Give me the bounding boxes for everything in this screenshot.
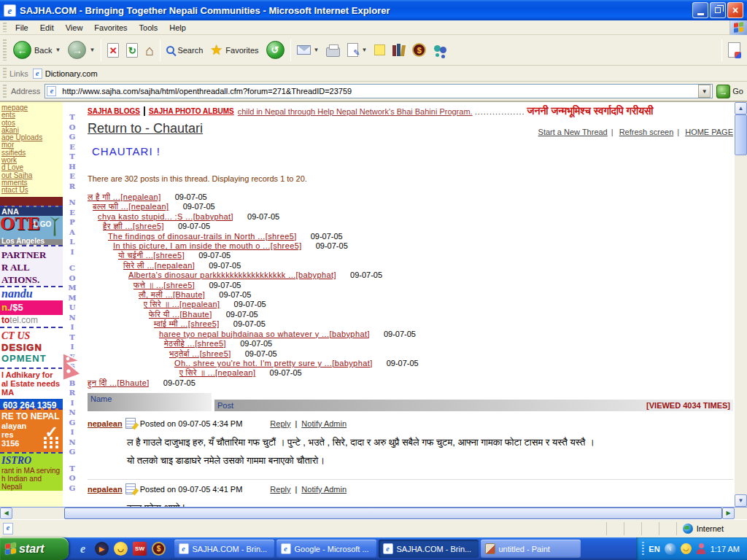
thread-link[interactable]: बल्ल फाी ...[nepalean] — [93, 202, 169, 211]
messenger-button[interactable] — [430, 37, 452, 63]
ad-kathmandu-hotel[interactable]: nandu n./$5 totel.com — [0, 286, 63, 327]
post-note-icon[interactable] — [125, 483, 136, 494]
thread-link[interactable]: भठ्तेर्बा ...[shree5] — [169, 349, 231, 358]
search-button[interactable]: Search — [163, 37, 206, 63]
thread-link[interactable]: haree tyo nepal bujhdainaa so whatever y… — [159, 330, 370, 338]
thread-link[interactable]: हैर ज्ञाी ...[shree5] — [103, 222, 164, 230]
history-button[interactable]: ↺ — [263, 37, 288, 63]
quick-launch-poker-chip-icon[interactable]: $ — [152, 542, 166, 556]
post-note-icon[interactable] — [125, 418, 136, 429]
ad-bistro[interactable]: ISTRO rant in MA serving h Indian and Ne… — [0, 452, 63, 491]
favorites-button[interactable]: ★ Favorites — [206, 37, 262, 63]
taskbar-task-button[interactable]: e SAJHA.COM - Brin... — [174, 540, 274, 558]
restore-button[interactable] — [710, 2, 726, 18]
go-label[interactable]: Go — [732, 87, 743, 96]
horizontal-scrollbar[interactable]: ◀ ▶ — [0, 507, 747, 519]
scroll-right-button[interactable]: ▶ — [722, 508, 735, 519]
page-edit-button[interactable] — [724, 37, 744, 63]
thread-action-link[interactable]: Start a New Thread — [538, 128, 617, 136]
taskbar-task-button[interactable]: e untitled - Paint — [481, 540, 581, 558]
minimize-button[interactable] — [692, 2, 708, 18]
back-button[interactable]: ← Back ▼ — [9, 37, 64, 63]
refresh-button[interactable]: ↻ — [123, 37, 142, 63]
sidebar-link[interactable]: ntact Us — [1, 187, 63, 194]
ad-partner[interactable]: PARTNER R ALL ATIONS. — [0, 245, 63, 286]
vertical-scrollbar[interactable]: ▲ ▼ — [735, 102, 747, 507]
tray-messenger-icon[interactable] — [696, 543, 706, 554]
ad-real-estate[interactable]: l Adhikary for al Estate needs MA 603 26… — [0, 368, 63, 408]
thread-link[interactable]: फेरि यी ...[Bhaute] — [149, 310, 212, 319]
forward-button[interactable]: → ▼ — [64, 37, 98, 63]
thread-link[interactable]: म्वांई म्मी ...[shree5] — [154, 319, 220, 328]
print-button[interactable] — [322, 37, 344, 63]
ad-los-angeles-hotel[interactable]: ANA OTE L GO Los Angeles — [0, 206, 63, 245]
start-button[interactable]: start — [0, 537, 69, 560]
thread-link[interactable]: फत्ते ॥ ...[shree5] — [133, 281, 195, 289]
close-button[interactable]: × — [727, 2, 743, 18]
reply-link[interactable]: Reply — [270, 419, 290, 428]
address-dropdown-button[interactable]: ▼ — [698, 85, 711, 98]
back-dropdown-icon[interactable]: ▼ — [55, 47, 61, 53]
clock[interactable]: 1:17 AM — [711, 545, 740, 553]
taskbar-task-button[interactable]: e SAJHA.COM - Brin... — [379, 540, 479, 558]
hide-icons-chevron[interactable]: ‹ — [665, 543, 676, 555]
thread-link[interactable]: ल है गाी ...[nepalean] — [88, 192, 161, 201]
thread-link[interactable]: लौ, मली ...[Bhaute] — [139, 290, 205, 299]
mail-dropdown-icon[interactable]: ▼ — [314, 47, 320, 53]
scroll-left-button[interactable]: ◀ — [0, 508, 12, 519]
thread-link[interactable]: ए सिरे ॥ ...[nepalean] — [179, 368, 256, 377]
edit-button[interactable]: ▼ — [344, 37, 371, 63]
notify-admin-link[interactable]: Notify Admin — [301, 419, 347, 428]
scroll-up-button[interactable]: ▲ — [735, 102, 747, 114]
thread-action-link[interactable]: Refresh screen — [619, 128, 683, 136]
thread-link[interactable]: ए सिरे ॥ ...[nepalean] — [144, 300, 220, 308]
language-indicator[interactable]: EN — [649, 545, 659, 553]
toolbar-grip[interactable] — [3, 85, 7, 98]
sajha-photo-albums-link[interactable]: SAJHA PHOTO ALBUMS — [149, 107, 234, 115]
toolbar-grip[interactable] — [3, 23, 7, 32]
mail-button[interactable]: ▼ — [293, 37, 323, 63]
thread-link[interactable]: सिरे ली ...[nepalean] — [123, 261, 195, 270]
taskbar-task-button[interactable]: e Google - Microsoft ... — [276, 540, 376, 558]
menu-item[interactable]: Favorites — [88, 22, 133, 34]
home-button[interactable]: ⌂ — [142, 37, 158, 63]
reply-link[interactable]: Reply — [270, 485, 290, 494]
thread-link[interactable]: मेठसीहे ...[shree5] — [164, 339, 226, 348]
links-bar-item[interactable]: Dictionary.com — [45, 69, 98, 78]
menu-item[interactable]: View — [60, 22, 89, 34]
notify-admin-link[interactable]: Notify Admin — [301, 485, 347, 494]
quick-launch-sw-cube-icon[interactable]: SW — [133, 542, 147, 556]
thread-link[interactable]: chya kasto stupid... :S ...[babyphat] — [98, 212, 233, 221]
quick-launch-ie-icon[interactable]: e — [76, 542, 90, 556]
research-button[interactable] — [389, 37, 409, 63]
thread-link[interactable]: Oh.. shree you're hot. I'm pretty sure y… — [174, 359, 373, 368]
menu-item[interactable]: Tools — [133, 22, 164, 34]
thread-link[interactable]: Alberta's dinosaur parkkkkkkkkkkkkkkkkk … — [128, 271, 336, 279]
horizontal-scroll-thumb[interactable] — [64, 508, 722, 519]
edit-dropdown-icon[interactable]: ▼ — [361, 47, 367, 53]
thread-action-link[interactable]: HOME PAGE — [685, 128, 733, 136]
menu-item[interactable]: Edit — [34, 22, 60, 34]
vertical-scroll-thumb[interactable] — [735, 114, 747, 155]
thread-link[interactable]: In this picture, I am inside the mouth o… — [113, 241, 302, 250]
post-author-link[interactable]: nepalean — [88, 485, 123, 494]
go-button[interactable]: → — [716, 85, 730, 98]
forward-dropdown-icon[interactable]: ▼ — [89, 47, 95, 53]
menu-item[interactable]: Help — [163, 22, 192, 34]
scroll-down-button[interactable]: ▼ — [735, 494, 747, 507]
thread-link[interactable]: यो चईनी ...[shree5] — [118, 251, 185, 260]
sajha-blogs-link[interactable]: SAJHA BLOGS — [88, 107, 140, 115]
stop-button[interactable]: ✕ — [104, 37, 123, 63]
quick-launch-smiley-icon[interactable]: ◡ — [114, 542, 128, 556]
return-to-chautari-link[interactable]: Return to - Chautari — [88, 121, 203, 136]
poker-button[interactable]: $ — [409, 37, 430, 63]
tray-smiley-icon[interactable]: ◡ — [681, 543, 692, 554]
bhai-bahini-program-link[interactable]: child in Nepal through Help Nepal Networ… — [238, 107, 473, 116]
ad-fare-to-nepal[interactable]: RE TO NEPAL alayan res 3156 ✓ — [0, 408, 63, 452]
toolbar-grip[interactable] — [3, 39, 7, 61]
ad-web-design[interactable]: CT US DESIGN OPMENT — [0, 327, 63, 368]
thread-link[interactable]: The findings of dinosaur-trails in North… — [108, 232, 297, 241]
post-author-link[interactable]: nepalean — [88, 419, 123, 428]
address-input[interactable]: e http://www.sajha.com/sajha/html/openth… — [44, 84, 713, 98]
quick-launch-media-player-icon[interactable]: ▶ — [95, 542, 109, 556]
